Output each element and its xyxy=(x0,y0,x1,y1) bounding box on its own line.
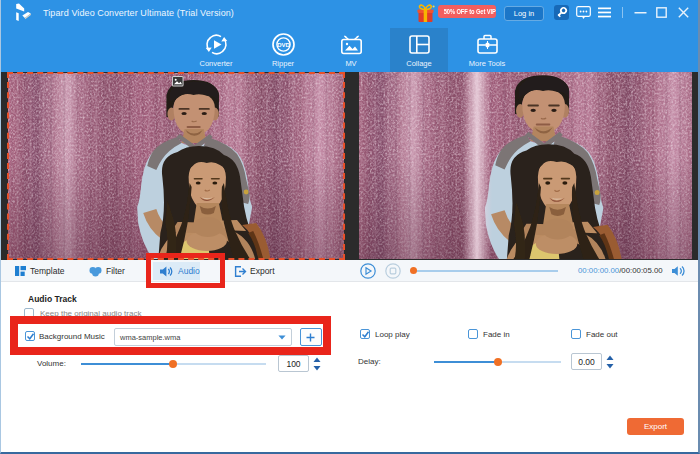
svg-text:DVD: DVD xyxy=(277,42,290,48)
